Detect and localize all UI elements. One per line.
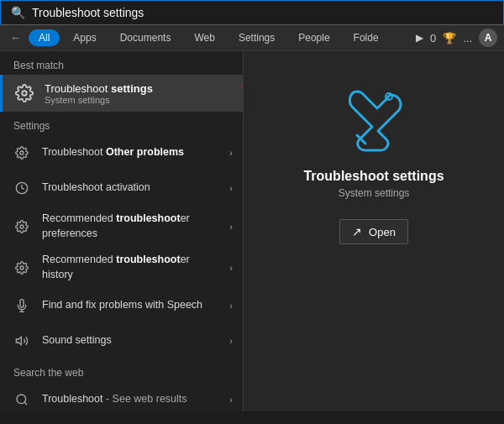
list-item-2[interactable]: Recommended troubleshooter preferences ›	[0, 206, 243, 247]
svg-point-2	[20, 151, 24, 154]
filter-pill-people[interactable]: People	[288, 29, 339, 46]
filter-pill-settings[interactable]: Settings	[228, 29, 285, 46]
svg-marker-8	[16, 337, 21, 344]
web-search-text: Troubleshoot - See web results	[42, 392, 221, 407]
right-icon-wrap	[340, 85, 407, 155]
list-item-text-5: Sound settings	[42, 333, 221, 348]
best-match-title: Troubleshoot settings	[45, 82, 153, 95]
right-subtitle: System settings	[339, 187, 410, 199]
search-input[interactable]	[32, 6, 493, 19]
chevron-icon-4: ›	[229, 301, 233, 311]
list-icon-3	[10, 256, 34, 280]
filter-bar: ← All Apps Documents Web Settings People…	[0, 25, 504, 51]
list-item-3[interactable]: Recommended troubleshooter history ›	[0, 247, 243, 288]
list-icon-5	[10, 329, 34, 353]
svg-point-0	[22, 91, 27, 96]
open-button[interactable]: ↗ Open	[339, 219, 408, 244]
best-match-item[interactable]: Troubleshoot settings System settings	[0, 75, 243, 112]
chevron-icon-3: ›	[229, 263, 233, 273]
filter-pill-documents[interactable]: Documents	[110, 29, 181, 46]
list-icon-0	[10, 141, 34, 165]
best-match-subtitle: System settings	[45, 95, 153, 105]
list-item-text-4: Find and fix problems with Speech	[42, 298, 221, 313]
best-match-text: Troubleshoot settings System settings	[45, 82, 153, 105]
right-title: Troubleshoot settings	[303, 169, 444, 184]
filter-pill-apps[interactable]: Apps	[63, 29, 106, 46]
ellipsis-button[interactable]: ...	[463, 32, 472, 44]
chevron-icon-1: ›	[229, 183, 233, 193]
svg-point-9	[17, 395, 26, 404]
svg-point-4	[20, 225, 24, 228]
filter-pill-folde[interactable]: Folde	[344, 29, 389, 46]
filter-pill-web[interactable]: Web	[184, 29, 224, 46]
web-section-label: Search the web	[0, 359, 243, 382]
svg-line-10	[24, 402, 27, 405]
chevron-icon-0: ›	[229, 148, 233, 158]
best-match-label: Best match	[0, 51, 243, 75]
filter-bar-right: ▶ 0 🏆 ... A	[416, 29, 497, 47]
list-icon-2	[10, 215, 34, 238]
list-item-text-1: Troubleshoot activation	[42, 181, 221, 196]
result-count: 0	[430, 32, 436, 44]
left-panel: Best match Troubleshoot settings System …	[0, 51, 244, 411]
avatar[interactable]: A	[479, 29, 497, 47]
list-item-0[interactable]: Troubleshoot Other problems ›	[0, 135, 243, 170]
settings-icon	[13, 81, 36, 105]
web-search-item[interactable]: Troubleshoot - See web results ›	[0, 382, 243, 411]
open-icon: ↗	[352, 225, 362, 238]
filter-pill-all[interactable]: All	[29, 29, 60, 46]
list-item-5[interactable]: Sound settings ›	[0, 323, 243, 359]
list-icon-1	[10, 176, 34, 200]
list-item-1[interactable]: Troubleshoot activation ›	[0, 170, 243, 206]
web-search-icon	[10, 388, 34, 411]
search-bar: 🔍	[0, 0, 504, 25]
list-item-text-2: Recommended troubleshooter preferences	[42, 212, 221, 241]
back-button[interactable]: ←	[7, 29, 25, 46]
trophy-icon: 🏆	[443, 32, 456, 44]
list-item-4[interactable]: Find and fix problems with Speech ›	[0, 288, 243, 323]
search-icon: 🔍	[11, 6, 25, 19]
svg-point-5	[20, 266, 24, 270]
chevron-icon-web: ›	[229, 395, 233, 405]
list-item-text-0: Troubleshoot Other problems	[42, 145, 221, 160]
chevron-icon-5: ›	[229, 336, 233, 346]
chevron-icon-2: ›	[229, 222, 233, 232]
main-area: Best match Troubleshoot settings System …	[0, 51, 504, 411]
list-icon-4	[10, 294, 34, 317]
play-icon[interactable]: ▶	[416, 32, 423, 44]
settings-section-label: Settings	[0, 112, 243, 135]
list-item-text-3: Recommended troubleshooter history	[42, 253, 221, 282]
right-panel: Troubleshoot settings System settings ↗ …	[244, 51, 504, 411]
